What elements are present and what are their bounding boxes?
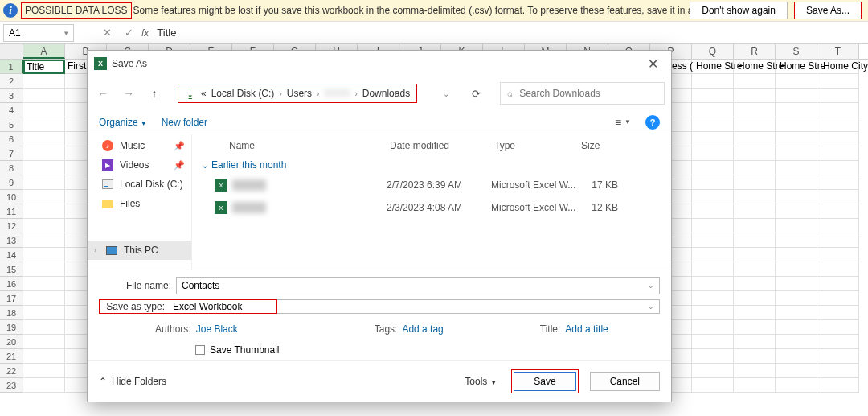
cell[interactable] [692, 146, 734, 161]
row-header[interactable]: 5 [0, 117, 23, 132]
cell[interactable] [692, 378, 734, 393]
cell[interactable] [734, 89, 776, 103]
column-header[interactable]: Q [692, 44, 734, 59]
row-header[interactable]: 9 [0, 175, 23, 190]
cell[interactable] [692, 291, 734, 306]
cell[interactable] [776, 364, 817, 378]
cell[interactable] [817, 291, 859, 306]
close-icon[interactable]: ✕ [641, 53, 665, 75]
cell[interactable] [776, 335, 817, 349]
cell[interactable] [776, 306, 817, 320]
cell[interactable] [23, 117, 65, 132]
cell[interactable] [23, 306, 65, 320]
cell[interactable] [692, 349, 734, 364]
row-header[interactable]: 21 [0, 349, 23, 364]
cell[interactable] [692, 175, 734, 190]
cell[interactable] [23, 248, 65, 262]
cell[interactable] [734, 378, 776, 393]
cell[interactable] [734, 335, 776, 349]
cell[interactable] [734, 161, 776, 175]
formula-bar[interactable]: Title [157, 27, 176, 39]
nav-up-icon[interactable]: ↑ [145, 87, 163, 100]
sidebar-item-this-pc[interactable]: ›This PC [88, 241, 191, 260]
cell[interactable] [776, 103, 817, 117]
cell[interactable] [734, 291, 776, 306]
cell[interactable] [776, 190, 817, 204]
cell[interactable] [692, 335, 734, 349]
row-header[interactable]: 18 [0, 306, 23, 320]
cell[interactable] [23, 132, 65, 146]
sidebar-item-videos[interactable]: ▶Videos📌 [88, 155, 191, 175]
cell[interactable] [692, 277, 734, 291]
cell[interactable] [817, 306, 859, 320]
cell[interactable] [692, 89, 734, 103]
sidebar-item-files[interactable]: Files [88, 194, 191, 213]
cell[interactable] [776, 117, 817, 132]
row-header[interactable]: 4 [0, 103, 23, 117]
cell[interactable] [692, 320, 734, 335]
cell[interactable] [23, 190, 65, 204]
cell[interactable] [776, 204, 817, 219]
file-row[interactable]: X 2/7/2023 6:39 AM Microsoft Excel W... … [200, 174, 663, 196]
row-header[interactable]: 15 [0, 262, 23, 277]
file-name-input[interactable]: Contacts⌄ [176, 277, 660, 294]
cell[interactable] [776, 161, 817, 175]
cell[interactable]: Title [23, 60, 65, 74]
row-header[interactable]: 20 [0, 335, 23, 349]
cell[interactable] [692, 306, 734, 320]
file-row[interactable]: X 2/3/2023 4:08 AM Microsoft Excel W... … [200, 196, 663, 219]
row-header[interactable]: 11 [0, 204, 23, 219]
cell[interactable] [817, 335, 859, 349]
cell[interactable] [23, 349, 65, 364]
authors-field[interactable]: Joe Black [196, 323, 238, 335]
cell[interactable] [776, 132, 817, 146]
save-thumbnail-checkbox[interactable] [195, 345, 205, 355]
cell[interactable] [734, 262, 776, 277]
cell[interactable] [23, 378, 65, 393]
cell[interactable] [734, 175, 776, 190]
row-header[interactable]: 19 [0, 320, 23, 335]
cell[interactable] [734, 117, 776, 132]
cell[interactable] [734, 320, 776, 335]
cell[interactable] [692, 74, 734, 89]
cell[interactable] [817, 219, 859, 233]
cell[interactable] [776, 277, 817, 291]
row-header[interactable]: 17 [0, 291, 23, 306]
cell[interactable] [23, 364, 65, 378]
row-header[interactable]: 23 [0, 378, 23, 393]
row-header[interactable]: 3 [0, 89, 23, 103]
cell[interactable] [817, 320, 859, 335]
cell[interactable] [23, 335, 65, 349]
cell[interactable] [776, 262, 817, 277]
cell[interactable] [692, 219, 734, 233]
cell[interactable] [776, 74, 817, 89]
cell[interactable] [692, 161, 734, 175]
cell[interactable] [817, 89, 859, 103]
cell[interactable] [776, 233, 817, 248]
tools-menu[interactable]: Tools▼ [465, 376, 497, 387]
cell[interactable] [734, 204, 776, 219]
cell[interactable] [23, 161, 65, 175]
row-header[interactable]: 7 [0, 146, 23, 161]
cell[interactable] [817, 204, 859, 219]
cell[interactable] [776, 89, 817, 103]
cell[interactable] [817, 190, 859, 204]
cell[interactable] [817, 103, 859, 117]
row-header[interactable]: 16 [0, 277, 23, 291]
cell[interactable] [817, 378, 859, 393]
cell[interactable] [817, 161, 859, 175]
search-input[interactable]: ⌕ [500, 82, 665, 105]
cell[interactable] [692, 248, 734, 262]
cell[interactable] [817, 233, 859, 248]
cell[interactable] [734, 248, 776, 262]
column-header[interactable]: S [776, 44, 817, 59]
cell[interactable] [692, 364, 734, 378]
cell[interactable] [23, 262, 65, 277]
cell[interactable] [776, 219, 817, 233]
cell[interactable] [692, 262, 734, 277]
save-as-button[interactable]: Save As... [794, 2, 862, 19]
title-field[interactable]: Add a title [565, 323, 608, 335]
cell[interactable] [23, 204, 65, 219]
cell[interactable] [23, 74, 65, 89]
fx-icon[interactable]: fx [141, 27, 149, 39]
